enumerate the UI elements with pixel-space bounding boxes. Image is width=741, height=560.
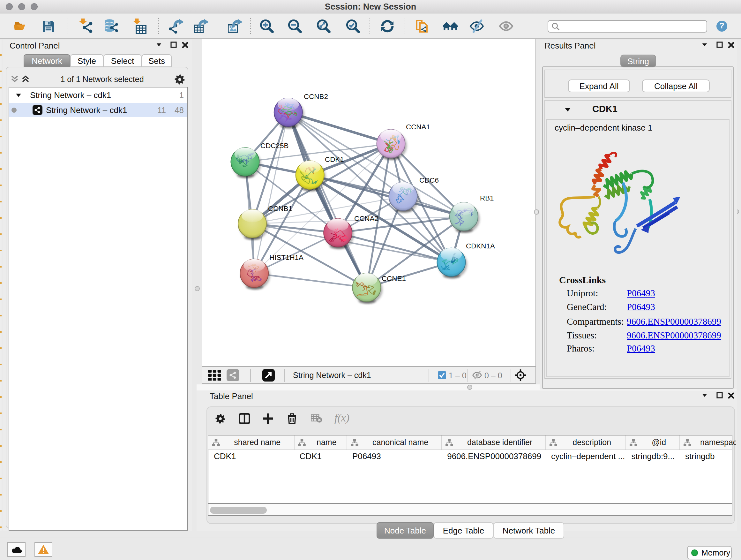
svg-text:CDC6: CDC6: [419, 176, 439, 184]
svg-text:RB1: RB1: [480, 194, 494, 202]
svg-text:CCNA1: CCNA1: [406, 123, 430, 131]
svg-text:CDK1: CDK1: [325, 155, 344, 164]
svg-text:CDC25B: CDC25B: [260, 142, 288, 150]
svg-text:HIST1H1A: HIST1H1A: [269, 253, 304, 261]
svg-text:CCNA2: CCNA2: [354, 214, 379, 223]
svg-text:CCNB2: CCNB2: [304, 92, 328, 101]
svg-text:CCNE1: CCNE1: [382, 274, 406, 283]
svg-text:CCNB1: CCNB1: [268, 205, 292, 212]
svg-text:CDKN1A: CDKN1A: [466, 242, 495, 250]
